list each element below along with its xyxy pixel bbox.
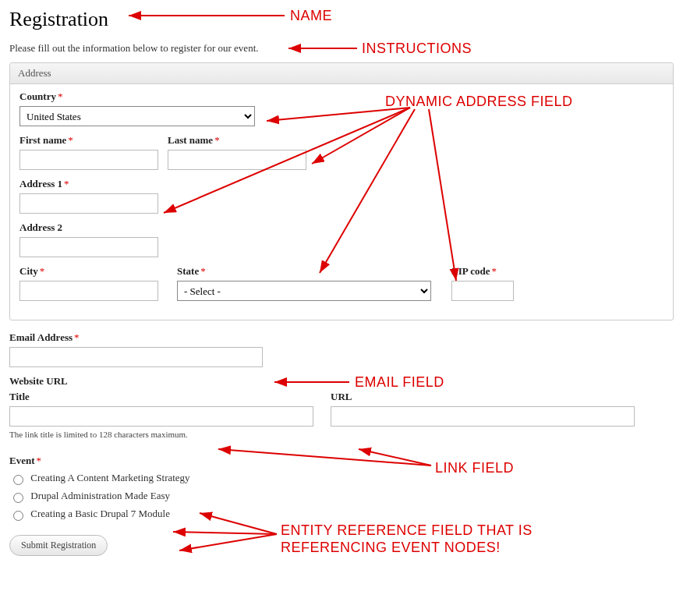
event-option-0[interactable]: Creating A Content Marketing Strategy — [30, 472, 189, 483]
email-input[interactable] — [9, 347, 263, 367]
country-label: Country* — [19, 90, 664, 103]
country-select[interactable]: United States — [19, 106, 255, 126]
address1-input[interactable] — [19, 193, 158, 214]
instructions-text: Please fill out the information below to… — [9, 42, 674, 55]
email-label: Email Address* — [9, 331, 674, 344]
address-legend: Address — [10, 63, 673, 84]
link-url-input[interactable] — [331, 406, 635, 427]
event-radio-2[interactable] — [13, 511, 23, 521]
svg-line-11 — [173, 532, 277, 534]
event-option-2[interactable]: Creating a Basic Drupal 7 Module — [30, 508, 170, 519]
address-fieldset: Address Country* United States First nam… — [9, 62, 674, 320]
link-hint: The link title is limited to 128 charact… — [9, 430, 674, 439]
link-title-label: Title — [9, 391, 313, 403]
last-name-input[interactable] — [168, 150, 306, 170]
first-name-label: First name* — [19, 134, 158, 147]
link-url-label: URL — [331, 391, 635, 403]
event-radio-0[interactable] — [13, 475, 23, 485]
website-group-label: Website URL — [9, 375, 674, 388]
city-input[interactable] — [19, 281, 158, 301]
last-name-label: Last name* — [168, 134, 306, 147]
first-name-input[interactable] — [19, 150, 158, 170]
address2-input[interactable] — [19, 237, 158, 257]
state-select[interactable]: - Select - — [177, 281, 431, 301]
link-title-input[interactable] — [9, 406, 313, 427]
event-label: Event* — [9, 455, 674, 467]
event-radio-1[interactable] — [13, 493, 23, 503]
zip-input[interactable] — [451, 281, 514, 301]
zip-label: ZIP code* — [451, 265, 514, 278]
address1-label: Address 1* — [19, 178, 664, 190]
address2-label: Address 2 — [19, 221, 664, 234]
state-label: State* — [177, 265, 442, 278]
page-title: Registration — [9, 8, 674, 31]
event-option-1[interactable]: Drupal Administration Made Easy — [30, 490, 170, 501]
submit-button[interactable]: Submit Registration — [9, 535, 108, 556]
city-label: City* — [19, 265, 168, 278]
